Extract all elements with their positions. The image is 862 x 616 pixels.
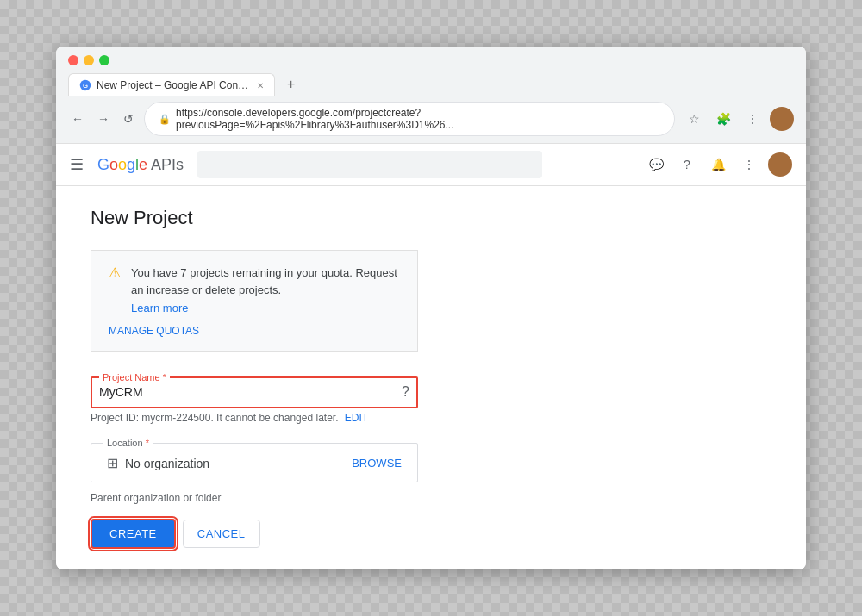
main-content: New Project ⚠ You have 7 projects remain… (56, 186, 806, 569)
quota-info-text: You have 7 projects remaining in your qu… (131, 266, 397, 296)
info-box-content: ⚠ You have 7 projects remaining in your … (109, 264, 400, 314)
apis-text: APIs (151, 156, 184, 174)
browse-button[interactable]: BROWSE (352, 457, 402, 470)
project-name-field-group: Project Name * ? Project ID: mycrm-22450… (91, 372, 418, 424)
user-avatar[interactable] (770, 107, 794, 131)
header-right-icons: 💬 ? 🔔 ⋮ (644, 152, 792, 177)
minimize-button[interactable] (84, 55, 94, 65)
more-options-icon[interactable]: ⋮ (740, 107, 765, 131)
user-account-avatar[interactable] (768, 152, 792, 177)
url-text: https://console.developers.google.com/pr… (176, 107, 660, 131)
warning-icon: ⚠ (109, 264, 121, 314)
location-field-group: Location * ⊞ No organization BROWSE Pare… (91, 438, 418, 505)
project-name-input[interactable] (99, 385, 402, 399)
project-name-legend: Project Name * (99, 372, 170, 383)
extensions-icon[interactable]: 🧩 (711, 107, 735, 131)
back-button[interactable]: ← (68, 109, 87, 129)
location-required-star: * (146, 438, 149, 448)
tabs-row: G New Project – Google API Con… ✕ + (68, 72, 794, 96)
tab-favicon-icon: G (79, 79, 91, 91)
lock-icon: 🔒 (159, 114, 171, 125)
tab-title: New Project – Google API Con… (97, 79, 248, 91)
project-id-text: Project ID: mycrm-224500. It cannot be c… (91, 412, 418, 424)
google-g-icon: Google (97, 156, 147, 174)
location-legend: Location * (103, 438, 153, 448)
manage-quotas-link[interactable]: MANAGE QUOTAS (109, 325, 400, 337)
create-button[interactable]: CREATE (91, 519, 176, 549)
project-name-help-icon[interactable]: ? (402, 384, 409, 400)
forward-button[interactable]: → (94, 109, 113, 129)
form-section: Project Name * ? Project ID: mycrm-22450… (91, 372, 418, 549)
cancel-button[interactable]: CANCEL (183, 520, 260, 548)
buttons-row: CREATE CANCEL (91, 519, 418, 549)
info-box-text-block: You have 7 projects remaining in your qu… (131, 264, 400, 314)
page-title: New Project (91, 207, 771, 229)
close-button[interactable] (68, 55, 78, 65)
notifications-icon[interactable]: 🔔 (706, 152, 730, 177)
required-star: * (163, 372, 166, 383)
address-input[interactable]: 🔒 https://console.developers.google.com/… (144, 102, 675, 136)
edit-project-id-link[interactable]: EDIT (345, 412, 368, 424)
info-box: ⚠ You have 7 projects remaining in your … (91, 250, 418, 352)
new-tab-button[interactable]: + (280, 73, 302, 96)
location-input-row: ⊞ No organization BROWSE (98, 450, 410, 476)
maximize-button[interactable] (99, 55, 109, 65)
learn-more-link[interactable]: Learn more (131, 302, 400, 314)
tab-close-icon[interactable]: ✕ (257, 81, 264, 90)
hamburger-menu-icon[interactable]: ☰ (70, 155, 84, 174)
google-apis-logo[interactable]: Google APIs (97, 156, 184, 174)
browser-window: G New Project – Google API Con… ✕ + ← → … (56, 47, 806, 569)
refresh-button[interactable]: ↺ (120, 109, 137, 129)
search-input[interactable] (197, 151, 542, 178)
more-menu-icon[interactable]: ⋮ (737, 152, 761, 177)
title-bar: G New Project – Google API Con… ✕ + (56, 47, 806, 96)
chat-icon[interactable]: 💬 (644, 152, 668, 177)
bookmark-icon[interactable]: ☆ (682, 107, 706, 131)
app-header: ☰ Google APIs 💬 ? 🔔 ⋮ (56, 144, 806, 186)
address-bar: ← → ↺ 🔒 https://console.developers.googl… (56, 96, 806, 144)
help-icon[interactable]: ? (675, 152, 699, 177)
traffic-lights (68, 55, 794, 65)
svg-text:G: G (83, 82, 88, 90)
parent-org-help-text: Parent organization or folder (91, 492, 221, 504)
location-value: No organization (125, 457, 352, 470)
project-name-input-row: ? (99, 384, 409, 400)
organization-icon: ⊞ (107, 455, 118, 471)
active-tab[interactable]: G New Project – Google API Con… ✕ (68, 73, 275, 96)
toolbar-icons: ☆ 🧩 ⋮ (682, 107, 794, 131)
